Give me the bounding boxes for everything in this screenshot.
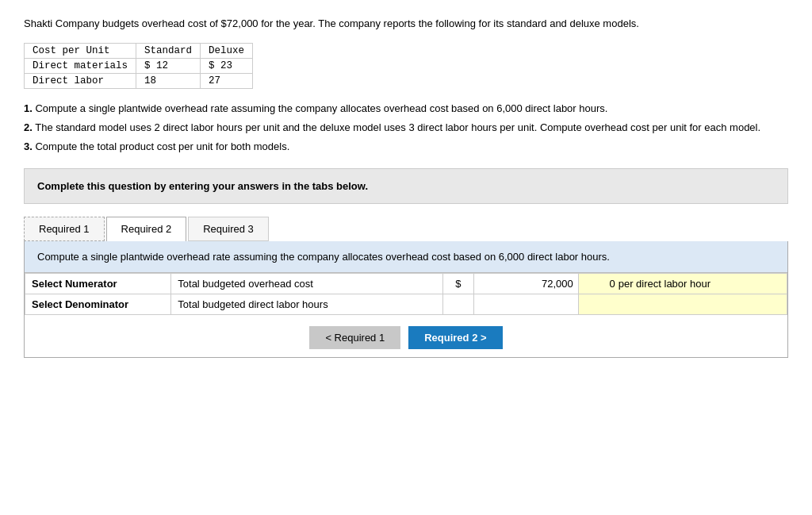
denominator-dollar xyxy=(442,294,473,314)
denominator-label: Select Denominator xyxy=(25,294,171,314)
table-row-numerator: Select Numerator Total budgeted overhead… xyxy=(25,273,787,294)
result-input[interactable] xyxy=(584,278,615,290)
questions-list: 1. Compute a single plantwide overhead r… xyxy=(24,100,788,156)
denominator-selector[interactable]: Total budgeted direct labor hours xyxy=(171,294,442,314)
numerator-selector[interactable]: Total budgeted overhead cost xyxy=(171,273,442,294)
row-direct-labor-standard: 18 xyxy=(136,73,201,88)
denominator-value xyxy=(474,294,579,314)
tab-description: Compute a single plantwide overhead rate… xyxy=(25,241,787,273)
col-header-standard: Standard xyxy=(136,43,201,58)
per-label: per direct labor hour xyxy=(619,278,710,290)
cost-table: Cost per Unit Standard Deluxe Direct mat… xyxy=(24,43,253,89)
tabs-container: Required 1 Required 2 Required 3 Compute… xyxy=(24,217,788,358)
tab-required-3[interactable]: Required 3 xyxy=(188,217,269,241)
prev-button[interactable]: < Required 1 xyxy=(309,326,400,349)
row-direct-materials-standard: $ 12 xyxy=(136,58,201,73)
numerator-result: per direct labor hour xyxy=(578,273,787,294)
col-header-deluxe: Deluxe xyxy=(201,43,253,58)
data-table: Select Numerator Total budgeted overhead… xyxy=(25,273,787,315)
numerator-label: Select Numerator xyxy=(25,273,171,294)
col-header-category: Cost per Unit xyxy=(25,43,136,58)
question-3: 3. Compute the total product cost per un… xyxy=(24,138,788,156)
row-direct-labor-label: Direct labor xyxy=(25,73,136,88)
data-table-container: Select Numerator Total budgeted overhead… xyxy=(25,273,787,315)
tab-required-1[interactable]: Required 1 xyxy=(24,217,105,241)
denominator-result xyxy=(578,294,787,314)
numerator-dollar: $ xyxy=(442,273,473,294)
navigation-buttons: < Required 1 Required 2 > xyxy=(25,315,787,357)
tabs-row: Required 1 Required 2 Required 3 xyxy=(24,217,788,241)
instructions-box: Complete this question by entering your … xyxy=(24,168,788,204)
numerator-value: 72,000 xyxy=(474,273,579,294)
table-row-denominator: Select Denominator Total budgeted direct… xyxy=(25,294,787,314)
instructions-text: Complete this question by entering your … xyxy=(37,180,368,192)
intro-text: Shakti Company budgets overhead cost of … xyxy=(24,16,788,32)
next-button[interactable]: Required 2 > xyxy=(408,326,502,349)
tab-content: Compute a single plantwide overhead rate… xyxy=(24,241,788,358)
tab-required-2[interactable]: Required 2 xyxy=(106,217,187,241)
question-2: 2. The standard model uses 2 direct labo… xyxy=(24,119,788,136)
row-direct-materials-deluxe: $ 23 xyxy=(201,58,253,73)
row-direct-materials-label: Direct materials xyxy=(25,58,136,73)
question-1: 1. Compute a single plantwide overhead r… xyxy=(24,100,788,117)
row-direct-labor-deluxe: 27 xyxy=(201,73,253,88)
